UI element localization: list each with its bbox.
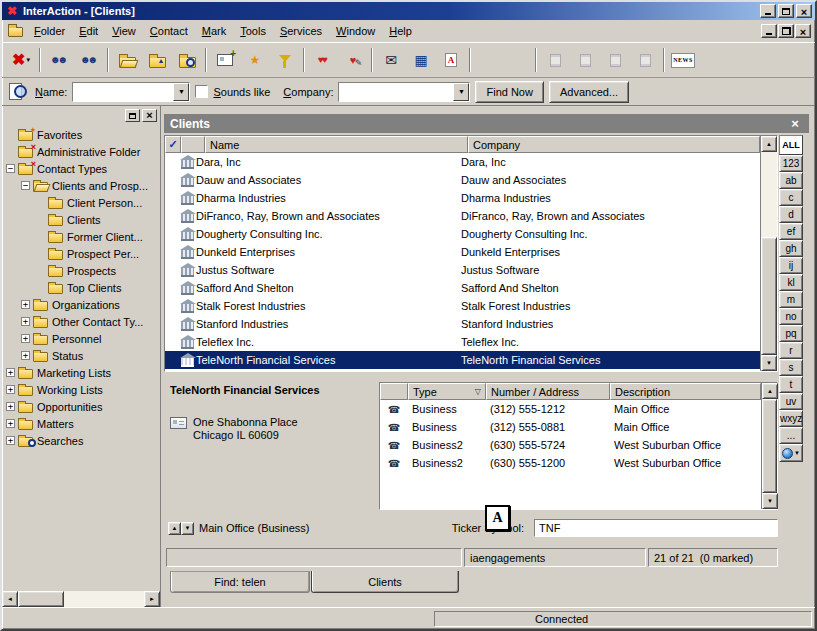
world-filter-button[interactable] <box>779 444 803 462</box>
alpha-filter-s[interactable]: s <box>779 359 803 376</box>
expand-icon[interactable]: + <box>6 419 15 428</box>
alpha-filter-more[interactable]: ... <box>779 427 803 444</box>
expand-icon[interactable]: + <box>6 436 15 445</box>
add-contact-button[interactable]: ☻☻ <box>44 46 74 74</box>
menu-contact[interactable]: Contact <box>143 22 195 40</box>
tree-item-favorites[interactable]: Favorites <box>2 126 160 143</box>
scroll-right-button[interactable] <box>144 591 160 607</box>
tree-item-opportunities[interactable]: +Opportunities <box>2 398 160 415</box>
relationships-button[interactable]: ♥♥ <box>308 46 338 74</box>
contact-wizard-button[interactable]: ★ <box>240 46 270 74</box>
phone-row[interactable]: ☎Business2(630) 555-5724West Suburban Of… <box>380 436 761 454</box>
report-button[interactable]: A <box>436 46 466 74</box>
menu-edit[interactable]: Edit <box>72 22 105 40</box>
name-dropdown-icon[interactable] <box>173 83 189 101</box>
phone-icon-column-header[interactable] <box>380 383 408 400</box>
grid-view-button[interactable]: ▦ <box>406 46 436 74</box>
alpha-filter-all[interactable]: ALL <box>779 135 803 155</box>
phone-row[interactable]: ☎Business(312) 555-0881Main Office <box>380 418 761 436</box>
alpha-filter-wxyz[interactable]: wxyz <box>779 410 803 427</box>
alpha-filter-ij[interactable]: ij <box>779 257 803 274</box>
tree-item-personnel[interactable]: +Personnel <box>2 330 160 347</box>
client-row-dara-inc[interactable]: Dara, IncDara, Inc <box>165 153 760 171</box>
alpha-filter-ab[interactable]: ab <box>779 172 803 189</box>
menu-services[interactable]: Services <box>273 22 329 40</box>
find-now-button[interactable]: Find Now <box>475 81 543 103</box>
number-column-header[interactable]: Number / Address <box>486 383 610 400</box>
expand-icon[interactable]: + <box>21 334 30 343</box>
tree-item-administrative-folder[interactable]: Administrative Folder <box>2 143 160 160</box>
alpha-filter-ef[interactable]: ef <box>779 223 803 240</box>
menu-folder[interactable]: Folder <box>27 22 72 40</box>
phone-row[interactable]: ☎Business(312) 555-1212Main Office <box>380 400 761 418</box>
mdi-restore-button[interactable] <box>778 24 794 38</box>
company-dropdown-icon[interactable] <box>453 83 469 101</box>
collapse-icon[interactable]: − <box>6 164 15 173</box>
scroll-thumb[interactable] <box>762 399 777 493</box>
scroll-up-button[interactable] <box>761 136 777 152</box>
tab-clients[interactable]: Clients <box>311 571 459 593</box>
client-row-justus-software[interactable]: Justus SoftwareJustus Software <box>165 261 760 279</box>
tree-item-former-client[interactable]: Former Client... <box>2 228 160 245</box>
tree-item-working-lists[interactable]: +Working Lists <box>2 381 160 398</box>
company-column-header[interactable]: Company <box>468 136 760 153</box>
scroll-left-button[interactable] <box>2 591 18 607</box>
client-row-dougherty-consulting-inc[interactable]: Dougherty Consulting Inc.Dougherty Consu… <box>165 225 760 243</box>
advanced-button[interactable]: Advanced... <box>549 81 629 103</box>
type-column-header[interactable]: Type <box>408 383 486 400</box>
client-row-safford-and-shelton[interactable]: Safford And SheltonSafford And Shelton <box>165 279 760 297</box>
expand-icon[interactable]: + <box>6 385 15 394</box>
client-row-stalk-forest-industries[interactable]: Stalk Forest IndustriesStalk Forest Indu… <box>165 297 760 315</box>
name-input[interactable] <box>73 83 173 101</box>
name-column-header[interactable]: Name <box>205 136 468 153</box>
alpha-filter-kl[interactable]: kl <box>779 274 803 291</box>
company-combobox[interactable] <box>338 82 470 102</box>
menu-tools[interactable]: Tools <box>233 22 273 40</box>
interaction-menu-button[interactable]: ✖▾ <box>6 46 36 74</box>
tree-item-searches[interactable]: +Searches <box>2 432 160 449</box>
tree-item-clients[interactable]: Clients <box>2 211 160 228</box>
close-button[interactable] <box>796 4 812 18</box>
expand-icon[interactable]: + <box>21 317 30 326</box>
previous-address-button[interactable] <box>168 522 181 535</box>
description-column-header[interactable]: Description <box>610 383 761 400</box>
name-combobox[interactable] <box>72 82 190 102</box>
scroll-track[interactable] <box>761 152 777 355</box>
minimize-button[interactable] <box>760 4 776 18</box>
menu-mark[interactable]: Mark <box>195 22 233 40</box>
scroll-up-button[interactable] <box>762 383 778 399</box>
tree-item-matters[interactable]: +Matters <box>2 415 160 432</box>
icon-column-header[interactable] <box>181 136 205 153</box>
open-folder-button[interactable] <box>112 46 142 74</box>
client-row-telenorth-financial-services[interactable]: TeleNorth Financial ServicesTeleNorth Fi… <box>165 351 760 369</box>
tree-item-clients-and-prosp[interactable]: −Clients and Prosp... <box>2 177 160 194</box>
alpha-filter-d[interactable]: d <box>779 206 803 223</box>
client-row-stanford-industries[interactable]: Stanford IndustriesStanford Industries <box>165 315 760 333</box>
tree-item-other-contact-ty[interactable]: +Other Contact Ty... <box>2 313 160 330</box>
edit-relationship-button[interactable]: ♥ <box>338 46 368 74</box>
send-email-button[interactable]: ✉ <box>376 46 406 74</box>
new-contact-button[interactable] <box>210 46 240 74</box>
expand-icon[interactable]: + <box>21 351 30 360</box>
menu-window[interactable]: Window <box>329 22 382 40</box>
expand-icon[interactable]: + <box>6 368 15 377</box>
folder-system-menu-icon[interactable] <box>8 27 23 37</box>
select-column-header[interactable]: ✓ <box>165 136 181 153</box>
alpha-filter-uv[interactable]: uv <box>779 393 803 410</box>
alpha-filter-gh[interactable]: gh <box>779 240 803 257</box>
client-row-teleflex-inc[interactable]: Teleflex Inc.Teleflex Inc. <box>165 333 760 351</box>
tree-item-contact-types[interactable]: −Contact Types <box>2 160 160 177</box>
maximize-button[interactable] <box>778 4 794 18</box>
next-address-button[interactable] <box>181 522 194 535</box>
client-row-dauw-and-associates[interactable]: Dauw and AssociatesDauw and Associates <box>165 171 760 189</box>
menu-view[interactable]: View <box>105 22 143 40</box>
expand-icon[interactable]: + <box>21 300 30 309</box>
tree-item-marketing-lists[interactable]: +Marketing Lists <box>2 364 160 381</box>
scroll-down-button[interactable] <box>761 355 777 371</box>
client-row-dharma-industries[interactable]: Dharma IndustriesDharma Industries <box>165 189 760 207</box>
company-input[interactable] <box>339 83 453 101</box>
move-to-folder-button[interactable] <box>142 46 172 74</box>
close-panel-button[interactable] <box>142 109 157 122</box>
add-organization-button[interactable]: ☻☻ <box>74 46 104 74</box>
scroll-thumb[interactable] <box>761 237 777 355</box>
